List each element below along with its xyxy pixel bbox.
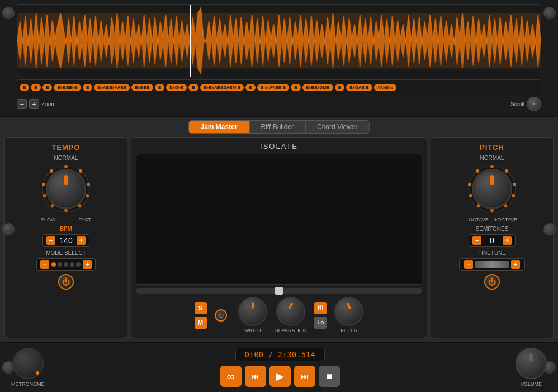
chord-strip: E B E B♭BEB♭B E B♭AEB♭#AEB B♭BEB E D♭D♭E…: [17, 79, 541, 95]
hi-button[interactable]: Hi: [314, 302, 327, 314]
metronome-control: METRONOME: [11, 348, 45, 387]
chord-pill-12: E: [245, 84, 255, 91]
svg-point-12: [50, 169, 53, 173]
tempo-panel: TEMPO NORMAL: [4, 137, 127, 338]
separation-knob-indicator: [288, 303, 293, 309]
pitch-knob-indicator: [490, 175, 494, 185]
waveform-svg: // This will be rendered as static SVG r…: [17, 5, 541, 77]
chord-pill-13: B #nF#BE B: [257, 84, 290, 91]
mode-plus-button[interactable]: +: [83, 260, 92, 269]
mode-minus-button[interactable]: −: [40, 260, 49, 269]
transport-buttons: ∞ ⏮ ▶ ⏭ ■: [220, 366, 340, 387]
chord-pill-14: E: [291, 84, 300, 91]
finetune-minus-button[interactable]: −: [464, 260, 473, 269]
volume-knob-indicator: [530, 353, 533, 361]
finetune-slider[interactable]: [475, 261, 509, 268]
zoom-minus-button[interactable]: −: [17, 99, 27, 109]
bpm-minus-button[interactable]: −: [46, 236, 55, 245]
tempo-knob-indicator: [64, 175, 68, 185]
loop-button[interactable]: ∞: [220, 366, 242, 387]
tab-jam-master[interactable]: Jam Master: [188, 120, 249, 134]
metronome-label: METRONOME: [11, 381, 45, 387]
hi-lo-buttons: Hi Lo: [314, 302, 327, 329]
svg-point-22: [468, 183, 471, 186]
slow-label: SLOW: [41, 217, 56, 223]
scroll-knob[interactable]: [527, 97, 541, 111]
semitones-value: 0: [484, 236, 500, 245]
s-button[interactable]: S: [195, 302, 207, 314]
zoom-plus-button[interactable]: +: [29, 99, 39, 109]
tab-riff-builder[interactable]: Riff Builder: [249, 120, 305, 134]
tempo-knob-container: [41, 164, 91, 214]
fast-forward-button[interactable]: ⏭: [294, 366, 315, 387]
volume-label: VOLUME: [521, 381, 542, 387]
isolate-slider-wrap: [136, 288, 422, 294]
metronome-knob[interactable]: [12, 348, 44, 379]
pitch-knob[interactable]: [472, 169, 512, 209]
bpm-plus-button[interactable]: +: [77, 236, 86, 245]
pitch-power-icon: ⏻: [488, 277, 496, 286]
corner-mr: [543, 223, 556, 235]
octave-labels: -OCTAVE +OCTAVE: [467, 217, 517, 223]
bpm-value: 140: [58, 236, 74, 245]
isolate-slider[interactable]: [136, 288, 422, 294]
width-knob[interactable]: [238, 297, 267, 326]
filter-knob[interactable]: [334, 297, 363, 326]
waveform-section: // This will be rendered as static SVG r…: [0, 0, 558, 117]
semitones-plus-button[interactable]: +: [503, 236, 512, 245]
semitones-control: − 0 +: [469, 234, 516, 247]
tempo-power-button[interactable]: ⏻: [58, 274, 74, 290]
plus-octave-label: +OCTAVE: [494, 217, 517, 223]
power-isolate-wrap: ⏻: [215, 309, 230, 322]
bpm-label: BPM: [60, 226, 72, 232]
mode-dot-1: [51, 262, 56, 267]
pitch-power-button[interactable]: ⏻: [484, 274, 500, 290]
controls-section: Jam Master Riff Builder Chord Viewer TEM…: [0, 117, 558, 342]
zoom-controls: − + Zoom: [17, 99, 56, 109]
finetune-plus-button[interactable]: +: [511, 260, 520, 269]
play-button[interactable]: ▶: [269, 366, 291, 387]
separation-knob[interactable]: [276, 297, 305, 326]
chord-pill-18: #A♭E♭s: [374, 84, 396, 91]
finetune-label: FINETUNE: [478, 250, 506, 256]
svg-point-6: [86, 194, 89, 197]
transport-section: METRONOME 0:00 / 2:30.514 ∞ ⏮ ▶ ⏭ ■ VOLU…: [0, 342, 558, 392]
isolate-title: ISOLATE: [260, 142, 298, 150]
tempo-title: TEMPO: [51, 143, 80, 152]
bpm-control: − 140 +: [42, 234, 89, 247]
mode-select-label: MODE SELECT: [46, 250, 86, 256]
chord-pill-8: E: [155, 84, 164, 91]
svg-point-3: [64, 165, 68, 168]
lo-button[interactable]: Lo: [314, 317, 327, 329]
tempo-power-icon: ⏻: [62, 277, 70, 286]
zoom-label: Zoom: [41, 101, 56, 107]
svg-point-4: [79, 169, 82, 173]
tab-chord-viewer[interactable]: Chord Viewer: [305, 120, 369, 134]
isolate-power-button[interactable]: ⏻: [215, 309, 227, 322]
time-display: 0:00 / 2:30.514: [235, 348, 325, 361]
width-knob-group: WIDTH: [238, 297, 267, 333]
m-button[interactable]: M: [195, 317, 207, 329]
scroll-control: Scroll: [510, 97, 541, 111]
chord-pill-6: B♭AEB♭#AEB: [94, 84, 130, 91]
chord-pill-16: E: [335, 84, 344, 91]
svg-point-11: [42, 183, 45, 186]
scroll-dot: [533, 103, 535, 105]
chord-pill-10: B: [188, 84, 198, 91]
corner-tr: [543, 7, 556, 19]
slow-fast-labels: SLOW FAST: [41, 217, 91, 223]
svg-point-23: [476, 169, 479, 173]
chord-pill-17: B♭DAE B: [346, 84, 372, 91]
tempo-knob[interactable]: [46, 169, 86, 209]
semitones-minus-button[interactable]: −: [472, 236, 481, 245]
volume-knob[interactable]: [516, 348, 547, 379]
stop-button[interactable]: ■: [319, 366, 340, 387]
finetune-control: − +: [459, 258, 525, 271]
waveform-display[interactable]: // This will be rendered as static SVG r…: [17, 4, 541, 77]
zoom-scroll-bar: − + Zoom Scroll: [17, 97, 541, 111]
rewind-button[interactable]: ⏮: [245, 366, 266, 387]
chord-pill-3: E: [42, 84, 52, 91]
playhead: [190, 5, 191, 77]
finetune-section: FINETUNE − +: [437, 250, 547, 271]
svg-point-17: [512, 194, 515, 197]
